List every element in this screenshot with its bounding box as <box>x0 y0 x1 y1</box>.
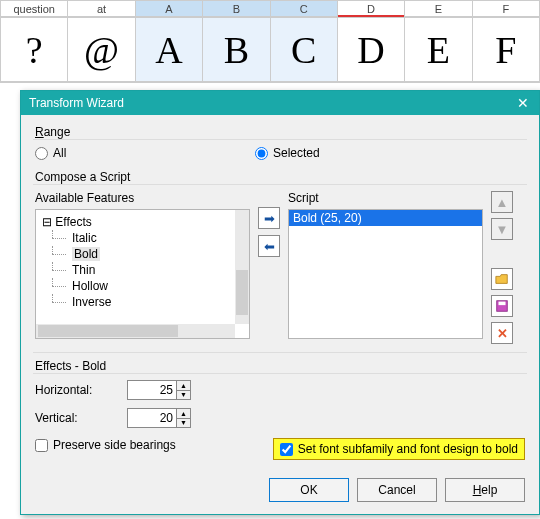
remove-from-script-button[interactable]: ⬅ <box>258 235 280 257</box>
radio-selected[interactable]: Selected <box>255 146 320 160</box>
vertical-input[interactable]: ▲▼ <box>127 408 191 428</box>
col-header: question <box>0 0 68 17</box>
move-up-button[interactable]: ▲ <box>491 191 513 213</box>
spin-up-icon: ▲ <box>177 381 190 391</box>
script-list[interactable]: Bold (25, 20) <box>288 209 483 339</box>
save-icon[interactable] <box>491 295 513 317</box>
horizontal-input[interactable]: ▲▼ <box>127 380 191 400</box>
spin-down-icon: ▼ <box>177 391 190 400</box>
horizontal-label: Horizontal: <box>35 383 127 397</box>
preserve-bearings-checkbox[interactable]: Preserve side bearings <box>35 438 176 452</box>
titlebar: Transform Wizard ✕ <box>21 91 539 115</box>
transform-wizard-dialog: Transform Wizard ✕ Range All Selected Co… <box>20 90 540 515</box>
col-header: F <box>473 0 540 17</box>
col-header: D <box>338 0 405 17</box>
glyph-grid-row[interactable]: ? @ A B C D E F <box>0 18 540 83</box>
vertical-label: Vertical: <box>35 411 127 425</box>
scrollbar-vertical[interactable] <box>235 210 249 324</box>
set-subfamily-checkbox[interactable]: Set font subfamily and font design to bo… <box>273 438 525 460</box>
glyph-cell[interactable]: E <box>405 18 472 82</box>
glyph-cell[interactable]: ? <box>0 18 68 82</box>
ok-button[interactable]: OK <box>269 478 349 502</box>
compose-label: Compose a Script <box>35 170 525 184</box>
col-header: B <box>203 0 270 17</box>
glyph-cell[interactable]: @ <box>68 18 135 82</box>
script-item[interactable]: Bold (25, 20) <box>289 210 482 226</box>
glyph-cell[interactable]: D <box>338 18 405 82</box>
cancel-button[interactable]: Cancel <box>357 478 437 502</box>
col-header: C <box>271 0 338 17</box>
spin-down-icon: ▼ <box>177 419 190 428</box>
scrollbar-horizontal[interactable] <box>36 324 235 338</box>
close-icon[interactable]: ✕ <box>515 95 531 111</box>
add-to-script-button[interactable]: ➡ <box>258 207 280 229</box>
open-icon[interactable] <box>491 268 513 290</box>
svg-rect-1 <box>499 302 506 306</box>
col-header: E <box>405 0 472 17</box>
script-label: Script <box>288 191 483 205</box>
col-header: at <box>68 0 135 17</box>
delete-icon[interactable]: ✕ <box>491 322 513 344</box>
glyph-cell[interactable]: F <box>473 18 540 82</box>
range-label: Range <box>35 125 525 139</box>
col-header: A <box>136 0 203 17</box>
features-tree[interactable]: Effects Italic Bold Thin Hollow Inverse <box>35 209 250 339</box>
help-button[interactable]: Help <box>445 478 525 502</box>
glyph-cell[interactable]: A <box>136 18 203 82</box>
dialog-title: Transform Wizard <box>29 96 124 110</box>
glyph-cell[interactable]: C <box>271 18 338 82</box>
move-down-button[interactable]: ▼ <box>491 218 513 240</box>
radio-all[interactable]: All <box>35 146 255 160</box>
effects-section-title: Effects - Bold <box>35 359 525 373</box>
available-features-label: Available Features <box>35 191 250 205</box>
spin-up-icon: ▲ <box>177 409 190 419</box>
glyph-cell[interactable]: B <box>203 18 270 82</box>
glyph-grid-header: question at A B C D E F <box>0 0 540 18</box>
